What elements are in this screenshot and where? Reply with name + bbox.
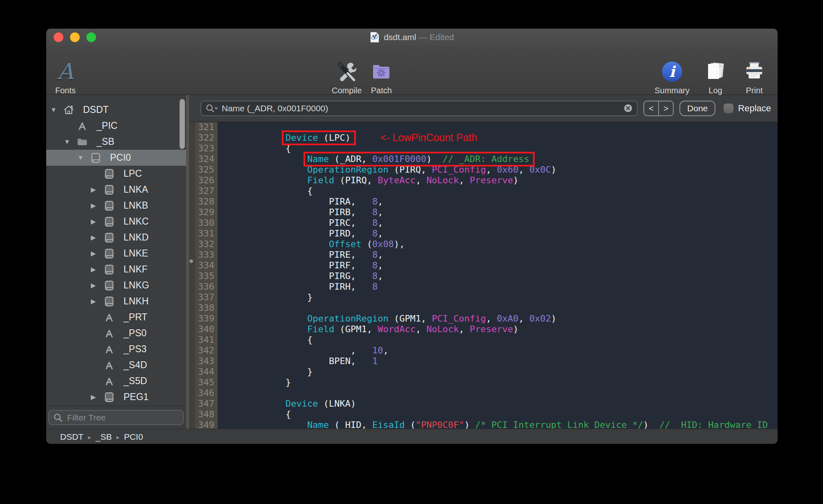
sidebar-item-_S4D[interactable]: _S4D	[46, 357, 186, 373]
line-number: 328	[189, 196, 218, 207]
code-text: }	[218, 292, 313, 303]
code-line: 342 , 10,	[189, 345, 778, 356]
log-button[interactable]: Log	[701, 47, 730, 95]
splitter-handle-dot[interactable]	[189, 259, 193, 263]
code-line: 333 PIRE, 8,	[189, 250, 778, 260]
disclosure-triangle-icon[interactable]: ▶	[91, 234, 103, 241]
patch-button[interactable]: Patch	[370, 47, 393, 95]
device-icon	[103, 391, 115, 403]
line-number: 338	[189, 303, 218, 313]
device-icon	[103, 184, 115, 196]
sidebar-item-label: _PS0	[124, 328, 146, 339]
line-number: 326	[189, 175, 218, 186]
line-number: 322	[189, 133, 218, 143]
line-number: 333	[189, 250, 218, 260]
sidebar-item-label: _PIC	[97, 120, 117, 131]
line-number: 342	[189, 345, 218, 356]
close-button[interactable]	[54, 32, 63, 42]
disclosure-triangle-icon[interactable]: ▶	[91, 281, 103, 289]
sidebar-item-LNKF[interactable]: ▶LNKF	[46, 261, 186, 277]
clear-search-icon[interactable]	[623, 104, 633, 113]
zoom-button[interactable]	[86, 32, 96, 42]
print-button[interactable]: Print	[738, 47, 771, 95]
code-line: 329 PIRB, 8,	[189, 207, 778, 218]
disclosure-triangle-icon[interactable]: ▶	[91, 218, 103, 225]
code-line: 327 {	[189, 186, 778, 196]
sidebar-item-label: LNKE	[124, 248, 148, 259]
sidebar-item-_PRT[interactable]: _PRT	[46, 309, 186, 325]
device-icon	[103, 248, 115, 260]
replace-label: Replace	[738, 103, 771, 114]
method-icon	[103, 375, 115, 387]
find-input[interactable]: Name (_ADR, 0x001F0000)	[200, 101, 638, 116]
sidebar-item-LNKA[interactable]: ▶LNKA	[46, 182, 186, 198]
disclosure-triangle-icon[interactable]: ▼	[50, 106, 63, 114]
sidebar-item-_S5D[interactable]: _S5D	[46, 373, 186, 389]
sidebar-item-label: LNKG	[124, 280, 149, 291]
sidebar-item-label: LNKB	[124, 200, 148, 211]
line-number: 336	[189, 281, 218, 292]
namespace-tree: ▼DSDT_PIC▼_SB▼PCI0LPC▶LNKA▶LNKB▶LNKC▶LNK…	[46, 95, 186, 405]
sidebar-item-LNKB[interactable]: ▶LNKB	[46, 198, 186, 214]
code-line: 328 PIRA, 8,	[189, 196, 778, 207]
filter-tree-input[interactable]: Filter Tree	[48, 410, 184, 425]
sidebar-item-_SB[interactable]: ▼_SB	[46, 134, 186, 150]
sidebar-item-LPC[interactable]: LPC	[46, 166, 186, 182]
sidebar-scrollbar-thumb[interactable]	[180, 99, 185, 149]
replace-checkbox[interactable]	[724, 104, 733, 113]
window-title: dsdt.aml — Edited	[370, 32, 454, 43]
sidebar-item-_PS0[interactable]: _PS0	[46, 325, 186, 341]
search-icon	[53, 413, 63, 423]
code-text: , 10,	[218, 345, 389, 356]
sidebar-item-DSDT[interactable]: ▼DSDT	[46, 102, 186, 118]
sidebar-item-PEG1[interactable]: ▶PEG1	[46, 389, 186, 405]
compile-button[interactable]: Compile	[332, 47, 362, 95]
disclosure-triangle-icon[interactable]: ▶	[91, 186, 103, 194]
code-line: 335 PIRG, 8,	[189, 271, 778, 281]
code-text: {	[218, 186, 313, 196]
done-button[interactable]: Done	[679, 101, 715, 116]
code-text: PIRE, 8,	[218, 250, 383, 260]
sidebar-item-PCI0[interactable]: ▼PCI0	[46, 150, 186, 166]
disclosure-triangle-icon[interactable]: ▶	[91, 297, 103, 305]
line-number: 340	[189, 324, 218, 335]
method-icon	[103, 327, 115, 340]
summary-button[interactable]: i Summary	[651, 47, 693, 95]
sidebar-item-label: LNKF	[124, 264, 148, 275]
sidebar-item-_PIC[interactable]: _PIC	[46, 118, 186, 134]
breadcrumb-item-PCI0[interactable]: PCI0	[124, 432, 143, 442]
disclosure-triangle-icon[interactable]: ▶	[91, 250, 103, 257]
disclosure-triangle-icon[interactable]: ▼	[77, 154, 90, 162]
sidebar-divider	[46, 406, 186, 406]
breadcrumb-item-_SB[interactable]: _SB	[96, 432, 112, 442]
code-line: 337 }	[189, 292, 778, 303]
sidebar-item-_PS3[interactable]: _PS3	[46, 341, 186, 357]
sidebar-item-LNKD[interactable]: ▶LNKD	[46, 230, 186, 245]
line-number: 344	[189, 367, 218, 377]
print-label: Print	[746, 86, 762, 95]
sidebar-item-LNKG[interactable]: ▶LNKG	[46, 277, 186, 293]
pane-splitter[interactable]	[186, 95, 189, 429]
disclosure-triangle-icon[interactable]: ▶	[91, 393, 103, 401]
device-icon	[103, 216, 115, 228]
sidebar-item-LNKH[interactable]: ▶LNKH	[46, 293, 186, 309]
sidebar-item-LNKC[interactable]: ▶LNKC	[46, 214, 186, 230]
sidebar-item-LNKE[interactable]: ▶LNKE	[46, 245, 186, 261]
disclosure-triangle-icon[interactable]: ▶	[91, 202, 103, 209]
disclosure-triangle-icon[interactable]: ▶	[91, 266, 103, 273]
code-line: 322 Device (LPC)	[189, 133, 778, 143]
breadcrumb: DSDT▸_SB▸PCI0	[46, 429, 778, 444]
code-line: 348 {	[189, 409, 778, 420]
line-number: 334	[189, 260, 218, 271]
breadcrumb-item-DSDT[interactable]: DSDT	[60, 432, 83, 442]
code-text: Name (_HID, EisaId ("PNP0C0F") /* PCI In…	[218, 420, 768, 429]
minimize-button[interactable]	[70, 32, 80, 42]
find-previous-button[interactable]: <	[644, 101, 659, 115]
code-editor[interactable]: 321322 Device (LPC)323 {324 Name (_ADR, …	[189, 122, 778, 429]
code-line: 349 Name (_HID, EisaId ("PNP0C0F") /* PC…	[189, 420, 778, 429]
fonts-button[interactable]: A Fonts	[55, 47, 76, 95]
code-line: 344 }	[189, 367, 778, 377]
disclosure-triangle-icon[interactable]: ▼	[64, 138, 76, 146]
code-text: Field (PIRQ, ByteAcc, NoLock, Preserve)	[218, 175, 519, 186]
find-next-button[interactable]: >	[659, 101, 673, 115]
